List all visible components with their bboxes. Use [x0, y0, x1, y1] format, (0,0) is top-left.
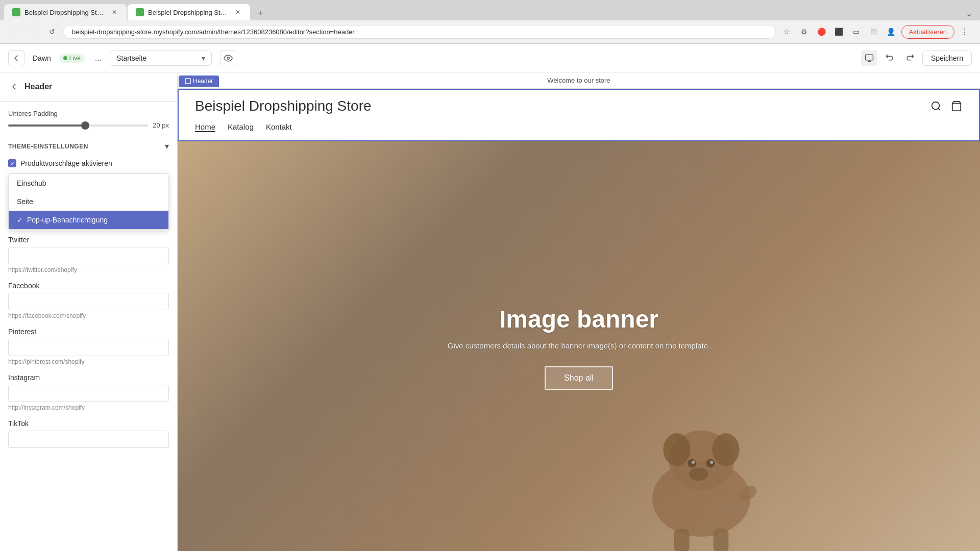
browser-toolbar: ← → ↺ beispiel-dropshipping-store.myshop… — [0, 20, 980, 43]
browser-profile-icon[interactable]: 👤 — [884, 24, 898, 39]
shop-all-button[interactable]: Shop all — [545, 366, 613, 390]
svg-point-7 — [663, 433, 690, 466]
hero-banner-section: Image banner Give customers details abou… — [178, 141, 980, 551]
tab-close-2[interactable]: ✕ — [234, 8, 242, 16]
header-tab-label: Header — [193, 78, 213, 85]
redo-button[interactable] — [902, 50, 918, 66]
address-bar[interactable]: beispiel-dropshipping-store.myshopify.co… — [63, 25, 776, 39]
pinterest-hint: https://pinterest.com/shopify — [8, 358, 169, 365]
dropdown-selected-check-icon: ✓ — [17, 216, 23, 224]
browser-plugin-3-icon[interactable]: ▭ — [849, 24, 864, 39]
facebook-input[interactable] — [8, 293, 169, 310]
dropdown-option-seite[interactable]: Seite — [9, 192, 168, 211]
svg-point-8 — [712, 433, 739, 466]
svg-point-3 — [932, 102, 940, 110]
browser-plugin-1-icon[interactable]: 🔴 — [815, 24, 829, 39]
browser-plugin-2-icon[interactable]: ⬛ — [832, 24, 846, 39]
browser-extensions-icon[interactable]: ⚙ — [797, 24, 812, 39]
live-indicator — [63, 56, 67, 60]
browser-toolbar-actions: ☆ ⚙ 🔴 ⬛ ▭ ▤ 👤 Aktualisieren ⋮ — [780, 24, 972, 39]
browser-tab-1[interactable]: Beispiel Dropshipping Store ·... ✕ — [4, 4, 127, 20]
hero-content: Image banner Give customers details abou… — [448, 305, 710, 390]
nav-link-kontakt[interactable]: Kontakt — [266, 122, 292, 132]
store-preview: Welcome to our store Header Beispiel Dro… — [178, 72, 980, 551]
panel-title: Header — [24, 82, 52, 91]
facebook-label: Facebook — [8, 282, 169, 290]
tiktok-input[interactable] — [8, 431, 169, 448]
aktualisieren-button[interactable]: Aktualisieren — [901, 25, 954, 39]
twitter-input[interactable] — [8, 247, 169, 264]
instagram-label: Instagram — [8, 373, 169, 382]
tiktok-label: TikTok — [8, 419, 169, 428]
editor-back-button[interactable] — [8, 50, 24, 66]
announcement-bar: Welcome to our store — [178, 72, 980, 89]
store-header-section[interactable]: Header Beispiel Dropshipping Store — [178, 89, 980, 141]
left-panel: Header Unteres Padding 20 px THEME-EINST… — [0, 72, 178, 551]
theme-settings-label: THEME-EINSTELLUNGEN — [8, 143, 88, 150]
hero-title: Image banner — [448, 305, 710, 333]
editor-shell: Dawn Live ... Startseite ▾ Speichern — [0, 44, 980, 551]
instagram-input[interactable] — [8, 385, 169, 402]
search-icon-button[interactable] — [930, 100, 942, 112]
nav-link-home[interactable]: Home — [195, 122, 215, 132]
cart-icon-button[interactable] — [950, 100, 963, 112]
tab-favicon-1 — [12, 8, 20, 16]
instagram-hint: http://instagram.com/shopify — [8, 404, 169, 411]
live-label: Live — [69, 55, 81, 62]
tab-collapse-button[interactable]: ⌄ — [962, 6, 976, 20]
dropdown-option-einschub[interactable]: Einschub — [9, 174, 168, 192]
padding-label: Unteres Padding — [8, 110, 169, 117]
checkbox-label: Produktvorschläge aktivieren — [20, 159, 112, 167]
nav-link-katalog[interactable]: Katalog — [228, 122, 254, 132]
browser-more-button[interactable]: ⋮ — [958, 24, 972, 39]
svg-point-9 — [689, 468, 708, 481]
theme-settings-section-header: THEME-EINSTELLUNGEN ▾ — [8, 137, 169, 155]
editor-topbar: Dawn Live ... Startseite ▾ Speichern — [0, 44, 980, 72]
padding-slider-thumb[interactable] — [81, 121, 89, 130]
bookmark-icon[interactable]: ☆ — [780, 24, 794, 39]
browser-tab-2[interactable]: Beispiel Dropshipping Store ·... ✕ — [128, 4, 250, 20]
undo-button[interactable] — [881, 50, 898, 66]
svg-rect-14 — [674, 529, 690, 551]
svg-rect-15 — [713, 529, 728, 551]
panel-header: Header — [0, 72, 177, 102]
tab-close-1[interactable]: ✕ — [110, 8, 118, 16]
theme-more-button[interactable]: ... — [95, 54, 102, 63]
browser-forward-button[interactable]: → — [27, 24, 41, 39]
pinterest-form-group: Pinterest https://pinterest.com/shopify — [8, 328, 169, 365]
store-name: Beispiel Dropshipping Store — [195, 98, 372, 114]
preview-frame: Welcome to our store Header Beispiel Dro… — [178, 72, 980, 551]
new-tab-button[interactable]: + — [253, 6, 267, 20]
tiktok-form-group: TikTok — [8, 419, 169, 450]
notification-type-dropdown[interactable]: Einschub Seite ✓ Pop-up-Benachrichtigung — [8, 173, 169, 230]
editor-actions: Speichern — [861, 50, 972, 66]
dropdown-option-popup[interactable]: ✓ Pop-up-Benachrichtigung — [9, 211, 168, 229]
product-suggestions-checkbox[interactable]: ✓ — [8, 159, 16, 167]
browser-refresh-button[interactable]: ↺ — [45, 24, 59, 39]
padding-slider-track[interactable] — [8, 124, 149, 127]
twitter-label: Twitter — [8, 236, 169, 244]
preview-area: Welcome to our store Header Beispiel Dro… — [178, 72, 980, 551]
browser-chrome: Beispiel Dropshipping Store ·... ✕ Beisp… — [0, 0, 980, 44]
checkbox-row: ✓ Produktvorschläge aktivieren — [8, 159, 169, 167]
twitter-hint: https://twitter.com/shopify — [8, 266, 169, 273]
page-selector-dropdown[interactable]: Startseite ▾ — [110, 51, 212, 66]
panel-content: Unteres Padding 20 px THEME-EINSTELLUNGE… — [0, 102, 177, 466]
save-button[interactable]: Speichern — [922, 51, 972, 66]
padding-value: 20 px — [153, 121, 169, 129]
tab-bar: Beispiel Dropshipping Store ·... ✕ Beisp… — [0, 0, 980, 20]
panel-back-button[interactable] — [8, 81, 20, 93]
facebook-hint: https://facebook.com/shopify — [8, 312, 169, 319]
hero-pug-image — [620, 390, 783, 551]
desktop-view-button[interactable] — [861, 50, 877, 66]
browser-plugin-4-icon[interactable]: ▤ — [867, 24, 881, 39]
editor-body: Header Unteres Padding 20 px THEME-EINST… — [0, 72, 980, 551]
header-section-tab: Header — [179, 76, 219, 87]
svg-point-13 — [710, 461, 713, 464]
page-selector-value: Startseite — [116, 54, 146, 62]
eye-icon-button[interactable] — [220, 50, 236, 66]
theme-settings-toggle-icon[interactable]: ▾ — [165, 141, 169, 151]
pinterest-input[interactable] — [8, 339, 169, 356]
tab-favicon-2 — [136, 8, 144, 16]
browser-back-button[interactable]: ← — [8, 24, 22, 39]
